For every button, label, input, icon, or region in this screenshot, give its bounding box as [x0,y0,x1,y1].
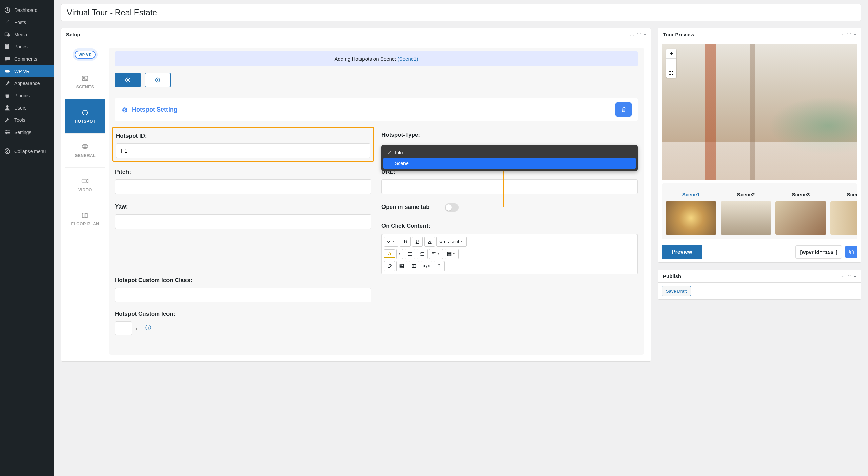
rte-image-button[interactable] [396,261,407,271]
custom-icon-dropdown[interactable]: ▾ [135,325,142,331]
panel-up-icon[interactable]: ︿ [841,273,845,279]
scene-item-3[interactable]: Scene3 [775,190,826,235]
scene-thumbnail [666,201,716,235]
rte-help-button[interactable]: ? [434,261,445,271]
svg-text:3: 3 [420,254,421,256]
rte-table-button[interactable]: ▼ [445,249,459,259]
panel-toggle-icon[interactable]: ▴ [644,32,646,37]
hotspot-form: Adding Hotspots on Scene: (Scene1) [109,48,644,355]
rte-magic-button[interactable]: ▼ [384,237,398,247]
rte-eraser-button[interactable] [424,237,435,247]
menu-pages[interactable]: Pages [0,41,54,53]
publish-panel: Publish ︿ ﹀ ▴ Save Draft [658,270,861,300]
custom-icon-class-label: Hotspot Custom Icon Class: [115,277,371,284]
rte-textcolor-button[interactable]: A [384,249,395,258]
scene-banner: Adding Hotspots on Scene: (Scene1) [115,51,638,66]
rte-underline-button[interactable]: U [412,237,423,247]
menu-label: Dashboard [14,7,38,13]
rte-textcolor-caret[interactable]: ▼ [396,249,403,259]
panel-down-icon[interactable]: ﹀ [847,32,851,37]
custom-icon-preview [115,321,132,335]
tour-preview-panel: Tour Preview ︿ ﹀ ▴ + − [658,28,861,263]
menu-tools[interactable]: Tools [0,114,54,126]
rte-code-button[interactable]: </> [421,261,432,271]
tour-viewport[interactable]: + − [662,44,857,180]
plugin-icon [4,92,11,99]
tour-preview-title: Tour Preview [663,32,694,37]
svg-point-24 [408,254,409,254]
menu-wpvr[interactable]: WP VR [0,65,54,77]
preview-button[interactable]: Preview [662,245,702,259]
menu-appearance[interactable]: Appearance [0,77,54,90]
dropdown-option-scene[interactable]: Scene [383,158,636,169]
pitch-label: Pitch: [115,168,371,175]
menu-comments[interactable]: Comments [0,53,54,65]
image-icon [81,75,89,82]
panel-actions: ︿ ﹀ ▴ [630,32,646,37]
panel-toggle-icon[interactable]: ▴ [854,273,856,279]
scene-item-2[interactable]: Scene2 [721,190,771,235]
rte-video-button[interactable] [409,261,419,271]
panel-up-icon[interactable]: ︿ [630,32,634,37]
tab-scenes[interactable]: SCENES [65,65,105,99]
svg-rect-4 [6,45,9,49]
panel-down-icon[interactable]: ﹀ [847,273,851,279]
menu-users[interactable]: Users [0,102,54,114]
tab-label: HOTSPOT [75,119,96,124]
option-label: Scene [395,161,409,166]
svg-point-16 [83,110,88,115]
tab-floorplan[interactable]: FLOOR PLAN [65,202,105,236]
tab-label: SCENES [76,85,94,90]
rte-link-button[interactable] [384,261,395,271]
check-icon: ✓ [388,150,392,155]
publish-header: Publish ︿ ﹀ ▴ [658,270,861,283]
panel-toggle-icon[interactable]: ▴ [854,32,856,37]
menu-settings[interactable]: Settings [0,126,54,138]
rte-align-button[interactable]: ▼ [429,249,443,259]
hotspot-setting-title: Hotspot Setting [132,106,177,113]
tab-general[interactable]: GENERAL [65,134,105,168]
menu-media[interactable]: Media [0,28,54,41]
menu-posts[interactable]: Posts [0,16,54,28]
scene-item-4[interactable]: Scene4 [830,190,857,235]
menu-label: Tools [14,117,25,123]
yaw-input[interactable] [115,214,371,229]
hotspot-add-button[interactable] [145,73,171,87]
hotspot-setting-header: Hotspot Setting [115,98,638,121]
delete-hotspot-button[interactable] [615,102,632,117]
save-draft-button[interactable]: Save Draft [662,286,691,296]
menu-label: Comments [14,56,37,62]
dropdown-option-info[interactable]: ✓ Info [383,147,636,158]
banner-scene-link[interactable]: (Scene1) [398,56,418,62]
svg-rect-23 [409,252,412,253]
open-same-tab-toggle[interactable] [445,203,459,212]
hotspot-current-button[interactable] [115,73,141,87]
tab-video[interactable]: VIDEO [65,168,105,202]
tab-hotspot[interactable]: HOTSPOT [65,99,105,134]
hotspot-id-input[interactable] [116,143,370,158]
fullscreen-button[interactable] [666,68,676,78]
collapse-menu[interactable]: Collapse menu [0,145,54,157]
dashboard-icon [4,7,11,14]
tab-label: GENERAL [75,153,96,158]
rte-ul-button[interactable] [405,249,415,259]
panel-down-icon[interactable]: ﹀ [637,32,641,37]
menu-dashboard[interactable]: Dashboard [0,4,54,16]
pitch-input[interactable] [115,179,371,194]
panel-up-icon[interactable]: ︿ [841,32,845,37]
url-input[interactable] [381,179,638,194]
gear-icon [81,143,89,151]
rte-font-select[interactable]: sans-serif ▼ [436,237,467,247]
menu-plugins[interactable]: Plugins [0,90,54,102]
zoom-out-button[interactable]: − [666,59,676,68]
scene-item-1[interactable]: Scene1 [666,190,716,235]
rte-ol-button[interactable]: 123 [417,249,428,259]
copy-shortcode-button[interactable] [845,246,857,258]
hotspot-type-dropdown[interactable]: ✓ Info Scene [381,145,638,171]
menu-label: Pages [14,44,28,49]
info-icon[interactable]: ⓘ [145,324,151,332]
custom-icon-class-input[interactable] [115,288,371,302]
map-icon [81,212,89,219]
rte-bold-button[interactable]: B [400,237,411,247]
zoom-in-button[interactable]: + [666,49,676,59]
